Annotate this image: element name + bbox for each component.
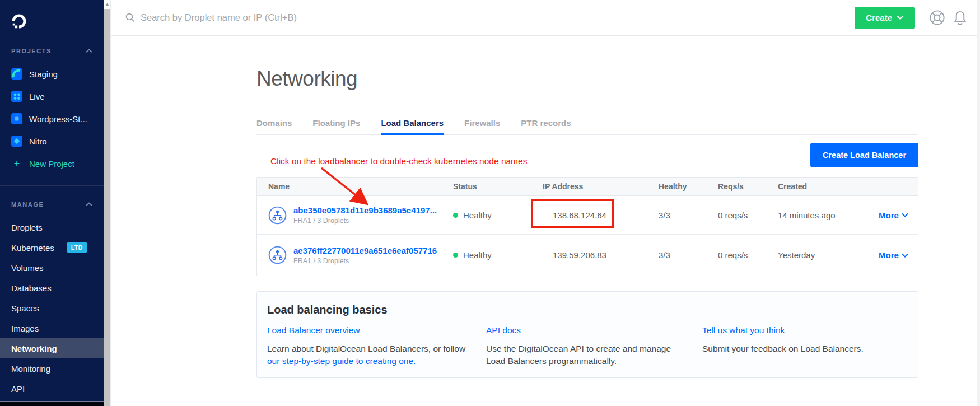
- tab-domains[interactable]: Domains: [256, 118, 292, 134]
- basics-text: Use the DigitalOcean API to create and m…: [486, 344, 671, 353]
- lb-subtitle: FRA1 / 3 Droplets: [293, 217, 437, 225]
- sidebar-item-label: API: [11, 384, 25, 394]
- created-value: 14 minutes ago: [778, 211, 879, 220]
- new-project-label: New Project: [29, 159, 74, 169]
- basics-column-feedback: Tell us what you think Submit your feedb…: [702, 325, 908, 367]
- sidebar-item-label: Spaces: [11, 304, 39, 313]
- tab-load-balancers[interactable]: Load Balancers: [381, 118, 444, 134]
- sidebar: PROJECTS Staging Live: [0, 0, 104, 406]
- search-icon: [125, 13, 135, 22]
- sidebar-item-label: Staging: [29, 69, 58, 79]
- load-balancer-icon: [268, 246, 287, 264]
- projects-section-header[interactable]: PROJECTS: [0, 47, 104, 55]
- sidebar-scrollbar[interactable]: ▲: [104, 0, 111, 406]
- sidebar-item-label: Images: [11, 324, 39, 333]
- page-scrollbar[interactable]: [977, 0, 980, 406]
- sidebar-item-label: Kubernetes: [11, 243, 54, 253]
- topbar: Create: [111, 0, 977, 36]
- create-load-balancer-button[interactable]: Create Load Balancer: [810, 143, 918, 167]
- feedback-link[interactable]: Tell us what you think: [702, 325, 785, 335]
- healthy-value: 3/3: [659, 250, 718, 260]
- status-label: Healthy: [463, 211, 492, 220]
- column-header-reqs: Reqs/s: [718, 182, 778, 191]
- more-menu-button[interactable]: More: [879, 250, 908, 260]
- projects-header-label: PROJECTS: [11, 48, 52, 54]
- lb-name-link[interactable]: ae376ff22770011e9a651e6eaf057716: [293, 246, 437, 255]
- sidebar-item-spaces[interactable]: Spaces: [0, 298, 104, 318]
- app-window: PROJECTS Staging Live: [0, 0, 980, 406]
- help-lifebuoy-icon[interactable]: [928, 9, 946, 26]
- basics-text: Load Balancers programmatically.: [486, 356, 617, 366]
- notifications-bell-icon[interactable]: [951, 9, 969, 26]
- sidebar-item-label: Networking: [11, 344, 57, 353]
- sidebar-item-label: Monitoring: [11, 364, 50, 374]
- column-header-status: Status: [453, 182, 543, 191]
- manage-header-label: MANAGE: [11, 201, 44, 208]
- created-value: Yesterday: [778, 250, 879, 260]
- column-header-ip: IP Address: [543, 182, 659, 191]
- create-button[interactable]: Create: [855, 7, 915, 29]
- sidebar-item-staging[interactable]: Staging: [0, 63, 104, 85]
- sidebar-item-networking[interactable]: Networking: [0, 338, 104, 358]
- basics-text: Learn about DigitalOcean Load Balancers,…: [267, 344, 465, 353]
- api-docs-link[interactable]: API docs: [486, 325, 521, 335]
- tab-floating-ips[interactable]: Floating IPs: [312, 118, 360, 134]
- tab-ptr-records[interactable]: PTR records: [521, 118, 571, 134]
- chevron-up-icon: [86, 49, 92, 53]
- sidebar-bottom-band: [0, 402, 104, 406]
- sidebar-item-wordpress[interactable]: Wordpress-St...: [0, 108, 104, 130]
- new-project-button[interactable]: + New Project: [0, 152, 104, 175]
- ltd-badge: LTD: [67, 242, 87, 253]
- sidebar-item-droplets[interactable]: Droplets: [0, 217, 104, 237]
- column-header-created: Created: [778, 182, 879, 191]
- manage-section-header[interactable]: MANAGE: [0, 200, 104, 208]
- create-button-label: Create: [866, 13, 892, 22]
- basics-column-api: API docs Use the DigitalOcean API to cre…: [486, 325, 702, 367]
- sidebar-item-label: Databases: [11, 283, 52, 293]
- search-bar: [125, 12, 855, 23]
- projects-list: Staging Live Wordpress-St...: [0, 63, 104, 175]
- reqs-value: 0 reqs/s: [718, 211, 778, 220]
- basics-title: Load balancing basics: [267, 303, 908, 316]
- chevron-down-icon: [902, 213, 908, 217]
- more-menu-button[interactable]: More: [879, 211, 908, 220]
- sidebar-item-volumes[interactable]: Volumes: [0, 258, 104, 278]
- status-label: Healthy: [463, 250, 492, 260]
- sidebar-item-nitro[interactable]: Nitro: [0, 130, 104, 152]
- annotation-arrow-icon: [314, 161, 378, 213]
- status-cell: Healthy: [453, 250, 543, 260]
- sidebar-item-live[interactable]: Live: [0, 85, 104, 108]
- sidebar-item-kubernetes[interactable]: Kubernetes LTD: [0, 237, 104, 258]
- sidebar-item-api[interactable]: API: [0, 379, 104, 399]
- project-live-icon: [11, 91, 22, 102]
- sidebar-item-databases[interactable]: Databases: [0, 278, 104, 298]
- manage-list: Droplets Kubernetes LTD Volumes Database…: [0, 217, 104, 399]
- topbar-icons: [928, 9, 969, 26]
- more-label: More: [879, 211, 899, 220]
- load-balancer-overview-link[interactable]: Load Balancer overview: [267, 325, 360, 335]
- chevron-down-icon: [897, 15, 904, 20]
- scrollbar-up-arrow-icon[interactable]: ▲: [104, 2, 111, 7]
- sidebar-item-label: Droplets: [11, 223, 43, 232]
- reqs-value: 0 reqs/s: [718, 250, 778, 260]
- annotation-text: Click on the loadbalancer to double-chec…: [270, 156, 527, 166]
- sidebar-divider: [0, 185, 104, 186]
- status-dot-icon: [453, 253, 458, 258]
- project-wordpress-icon: [11, 113, 22, 124]
- scrollbar-thumb[interactable]: [104, 9, 110, 406]
- tab-firewalls[interactable]: Firewalls: [464, 118, 500, 134]
- table-row: ae376ff22770011e9a651e6eaf057716 FRA1 / …: [257, 235, 918, 276]
- sidebar-item-label: Nitro: [29, 137, 47, 146]
- sidebar-item-images[interactable]: Images: [0, 318, 104, 338]
- load-balancing-basics-card: Load balancing basics Load Balancer over…: [256, 291, 918, 378]
- healthy-value: 3/3: [659, 211, 718, 220]
- sidebar-item-monitoring[interactable]: Monitoring: [0, 358, 104, 379]
- step-by-step-guide-link[interactable]: our step-by-step guide to creating one.: [267, 355, 416, 367]
- status-cell: Healthy: [453, 211, 543, 220]
- lb-subtitle: FRA1 / 3 Droplets: [293, 257, 437, 265]
- search-input[interactable]: [141, 12, 432, 23]
- basics-column-overview: Load Balancer overview Learn about Digit…: [267, 325, 486, 367]
- plus-icon: +: [11, 158, 22, 169]
- sidebar-item-label: Live: [29, 92, 45, 101]
- load-balancer-icon: [268, 206, 287, 225]
